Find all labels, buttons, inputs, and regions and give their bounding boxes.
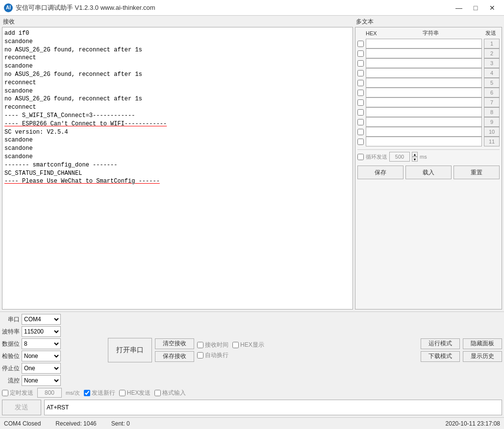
multitext-row-4-input[interactable] [366, 68, 482, 78]
col-hex-header: HEX [366, 30, 379, 36]
right-panel: 多文本 HEX 字符串 发送 1234567891011 循环发送 ▲ ▼ [355, 18, 502, 310]
multitext-row-7-input[interactable] [366, 97, 482, 107]
multitext-row-8-checkbox[interactable] [357, 109, 364, 116]
send-input[interactable] [44, 400, 502, 415]
new-line-checkbox[interactable] [84, 390, 90, 396]
status-bar: COM4 Closed Received: 1046 Sent: 0 2020-… [0, 417, 504, 429]
multitext-row-8-send-btn[interactable]: 8 [484, 107, 500, 117]
multitext-row: 10 [357, 127, 500, 137]
hex-send-label: HEX发送 [127, 389, 151, 397]
stop-select[interactable]: One [22, 363, 61, 374]
multitext-row-2-checkbox[interactable] [357, 50, 364, 57]
multitext-row: 9 [357, 117, 500, 127]
multitext-header: HEX 字符串 发送 [357, 29, 500, 37]
hex-display-checkbox[interactable] [232, 342, 239, 348]
multitext-row-3-input[interactable] [366, 58, 482, 68]
multitext-row: 4 [357, 68, 500, 78]
spin-down-btn[interactable]: ▼ [412, 157, 418, 162]
hex-send-chk-label: HEX发送 [119, 389, 151, 397]
multitext-row-11-input[interactable] [366, 137, 482, 146]
multitext-row-7-checkbox[interactable] [357, 99, 364, 106]
multitext-row-1-checkbox[interactable] [357, 41, 364, 47]
minimize-button[interactable]: — [451, 2, 467, 14]
multitext-row-8-input[interactable] [366, 107, 482, 117]
multitext-row-10-checkbox[interactable] [357, 129, 364, 135]
auto-newline-checkbox[interactable] [197, 352, 203, 358]
send-area: 定时发送 ms/次 发送新行 HEX发送 格式输入 [2, 388, 502, 398]
multitext-row-2-send-btn[interactable]: 2 [484, 48, 500, 58]
multitext-row-4-checkbox[interactable] [357, 70, 364, 76]
ms-per-label: ms/次 [66, 389, 80, 397]
multitext-row-10-input[interactable] [366, 127, 482, 137]
multitext-row-3-checkbox[interactable] [357, 60, 364, 67]
multitext-row-2-input[interactable] [366, 48, 482, 58]
timed-interval-input[interactable] [37, 388, 62, 398]
multitext-row-9-send-btn[interactable]: 9 [484, 117, 500, 127]
multitext-row-6-checkbox[interactable] [357, 90, 364, 96]
download-mode-btn[interactable]: 下载模式 [421, 351, 460, 362]
right-options: 接收时间 HEX显示 自动换行 [197, 341, 418, 359]
multitext-row-1-send-btn[interactable]: 1 [484, 39, 500, 48]
spin-up-btn[interactable]: ▲ [412, 152, 418, 157]
format-input-chk-label: 格式输入 [154, 389, 186, 397]
check-label: 检验位 [2, 352, 20, 360]
reset-multitext-btn[interactable]: 重置 [454, 166, 500, 179]
multitext-row: 5 [357, 78, 500, 88]
flow-select[interactable]: None [22, 375, 61, 386]
clear-recv-btn[interactable]: 清空接收 [155, 338, 194, 349]
multitext-row-6-input[interactable] [366, 88, 482, 97]
ms-label: ms [420, 154, 427, 160]
hide-panel-btn[interactable]: 隐藏面板 [463, 338, 502, 349]
show-history-btn[interactable]: 显示历史 [463, 351, 502, 362]
send-area2: 发送 [2, 400, 502, 415]
hex-display-chk-label: HEX显示 [232, 341, 264, 349]
save-recv-btn[interactable]: 保存接收 [155, 351, 194, 362]
multitext-row-1-input[interactable] [366, 39, 482, 48]
format-input-checkbox[interactable] [154, 390, 161, 396]
options-row1: 接收时间 HEX显示 [197, 341, 418, 349]
open-port-btn[interactable]: 打开串口 [108, 338, 152, 362]
port-select[interactable]: COM4 [22, 314, 61, 325]
loop-checkbox[interactable] [357, 154, 364, 160]
multitext-row-11-send-btn[interactable]: 11 [484, 137, 500, 146]
recv-time-checkbox[interactable] [197, 342, 203, 348]
multitext-row-9-checkbox[interactable] [357, 119, 364, 125]
receive-label: 接收 [2, 18, 353, 26]
data-select[interactable]: 8 [22, 338, 61, 349]
mid-btns: 清空接收 保存接收 [155, 338, 194, 362]
multitext-row-4-send-btn[interactable]: 4 [484, 68, 500, 78]
maximize-button[interactable]: □ [468, 2, 483, 14]
multitext-row-11-checkbox[interactable] [357, 139, 364, 145]
multitext-row-5-input[interactable] [366, 78, 482, 88]
title-bar: AI 安信可串口调试助手 V1.2.3.0 www.ai-thinker.com… [0, 0, 504, 16]
multitext-row-5-checkbox[interactable] [357, 80, 364, 86]
load-multitext-btn[interactable]: 载入 [405, 166, 452, 179]
run-mode-btn[interactable]: 运行模式 [421, 338, 460, 349]
multitext-row: 7 [357, 97, 500, 107]
send-options: 定时发送 ms/次 发送新行 HEX发送 格式输入 [2, 388, 502, 398]
multitext-row-7-send-btn[interactable]: 7 [484, 97, 500, 107]
controls-row1: 串口 COM4 波特率 115200 数据位 8 [2, 314, 502, 386]
multitext-row: 2 [357, 48, 500, 58]
save-multitext-btn[interactable]: 保存 [357, 166, 403, 179]
check-select[interactable]: None [22, 351, 61, 361]
receive-box[interactable]: add if0scandoneno ASUS_26_2G found, reco… [2, 27, 353, 310]
port-status: COM4 Closed [4, 420, 41, 427]
col-send-header: 发送 [482, 29, 500, 37]
send-main-btn[interactable]: 发送 [2, 400, 41, 415]
stop-row: 停止位 One [2, 363, 105, 374]
auto-newline-label: 自动换行 [205, 351, 228, 359]
multitext-row: 11 [357, 137, 500, 146]
close-button[interactable]: ✕ [484, 2, 500, 14]
loop-interval-input[interactable] [389, 152, 410, 162]
multitext-row-5-send-btn[interactable]: 5 [484, 78, 500, 88]
hex-send-checkbox[interactable] [119, 390, 126, 396]
timed-send-checkbox[interactable] [2, 390, 8, 396]
multitext-row-3-send-btn[interactable]: 3 [484, 58, 500, 68]
right-action-btns: 运行模式 下载模式 [421, 338, 460, 362]
baud-select[interactable]: 115200 [22, 326, 61, 337]
loop-spinners: ▲ ▼ [412, 152, 418, 162]
multitext-row-10-send-btn[interactable]: 10 [484, 127, 500, 137]
multitext-row-9-input[interactable] [366, 117, 482, 127]
multitext-row-6-send-btn[interactable]: 6 [484, 88, 500, 97]
